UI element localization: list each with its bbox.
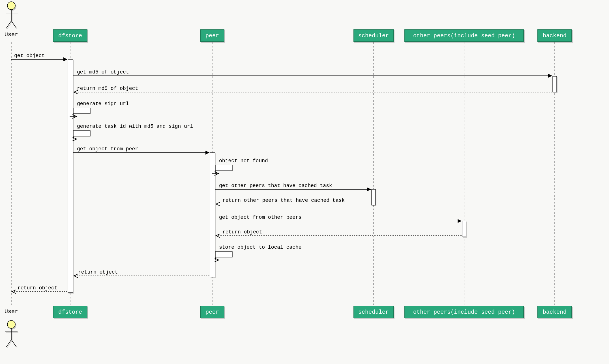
sequence-diagram: User dfstore peer scheduler other peers(… [0, 0, 609, 364]
participant-dfstore-bottom: dfstore [53, 306, 87, 318]
message-get-other-peers-label: get other peers that have cached task [219, 183, 332, 188]
svg-text:backend: backend [543, 32, 567, 39]
svg-text:dfstore: dfstore [58, 32, 82, 39]
participant-dfstore-top: dfstore [53, 30, 87, 42]
actor-user-label-bottom: User [5, 308, 18, 315]
svg-point-1 [7, 2, 15, 10]
svg-text:peer: peer [205, 32, 219, 39]
participant-otherpeers-bottom: other peers(include seed peer) [405, 306, 524, 318]
self-stub-generate-task-id [73, 131, 90, 136]
svg-text:backend: backend [543, 309, 567, 315]
participant-peer-top: peer [200, 30, 224, 42]
svg-point-26 [7, 320, 15, 328]
svg-text:scheduler: scheduler [358, 309, 389, 315]
message-get-object-label: get object [14, 53, 45, 58]
participant-backend-top: backend [538, 30, 572, 42]
actor-user-label-top: User [5, 31, 18, 38]
svg-text:scheduler: scheduler [358, 32, 389, 39]
activation-peer [210, 153, 215, 277]
svg-text:other peers(include seed peer): other peers(include seed peer) [413, 32, 515, 39]
self-stub-store-object [215, 252, 232, 257]
self-stub-object-not-found [215, 165, 232, 171]
message-return-object-to-user-label: return object [18, 285, 57, 291]
message-object-not-found-label: object not found [219, 158, 268, 164]
svg-text:peer: peer [205, 309, 219, 315]
svg-text:dfstore: dfstore [58, 309, 82, 315]
activation-scheduler [372, 189, 376, 205]
participant-otherpeers-top: other peers(include seed peer) [405, 30, 524, 42]
participant-scheduler-bottom: scheduler [354, 306, 393, 318]
message-generate-task-id-label: generate task id with md5 and sign url [77, 123, 193, 129]
message-generate-sign-url-label: generate sign url [77, 101, 129, 107]
activation-dfstore [68, 59, 73, 292]
participant-peer-bottom: peer [200, 306, 224, 318]
svg-text:other peers(include seed peer): other peers(include seed peer) [413, 309, 515, 315]
message-store-object-label: store object to local cache [219, 244, 302, 250]
message-get-md5-label: get md5 of object [77, 69, 129, 75]
message-return-object-to-dfstore-label: return object [78, 269, 118, 275]
message-get-object-from-other-peers-label: get object from other peers [219, 214, 302, 220]
activation-backend [553, 76, 557, 92]
message-get-object-from-peer-label: get object from peer [77, 146, 138, 152]
self-stub-generate-sign-url [73, 108, 90, 114]
participant-scheduler-top: scheduler [354, 30, 393, 42]
message-return-other-peers-label: return other peers that have cached task [222, 198, 345, 203]
activation-otherpeers [462, 221, 466, 237]
message-return-md5-label: return md5 of object [77, 86, 138, 91]
message-return-object-from-other-peers-label: return object [222, 229, 262, 235]
participant-backend-bottom: backend [538, 306, 572, 318]
